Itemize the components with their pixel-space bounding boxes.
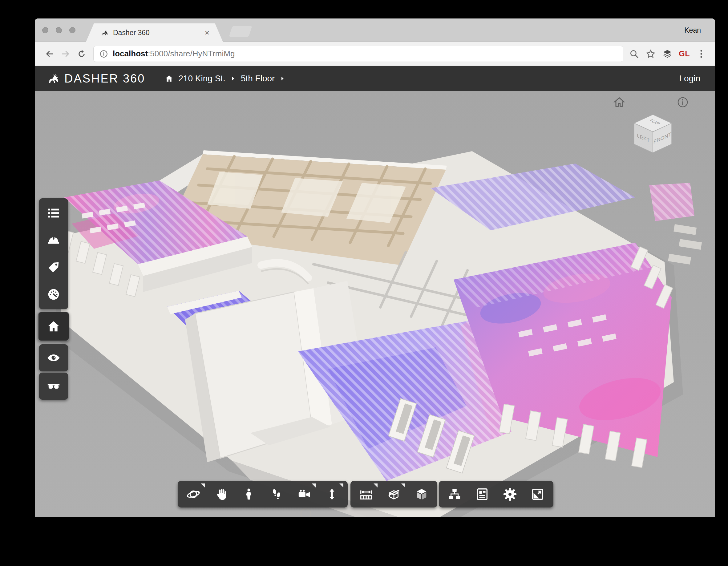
url-text: localhost:5000/share/HyNTrmiMg: [113, 49, 617, 59]
url-host: localhost: [113, 49, 148, 58]
list-panel-button[interactable]: [39, 200, 68, 227]
building-home-icon: [165, 74, 173, 83]
walk-tool-button[interactable]: [263, 481, 290, 507]
visibility-button[interactable]: [39, 344, 68, 371]
model-browser-icon: [447, 487, 462, 501]
breadcrumb-chevron-icon-2[interactable]: [280, 74, 285, 83]
page-info-icon[interactable]: [99, 49, 108, 59]
window-controls: [42, 27, 75, 33]
browser-window: Dasher 360 × Kean: [35, 18, 715, 517]
zoom-icon[interactable]: [629, 49, 639, 59]
first-person-tool-button[interactable]: [235, 481, 263, 507]
window-close-button[interactable]: [42, 27, 48, 33]
tools-toolbar: [350, 481, 437, 507]
eye-icon: [47, 351, 61, 365]
left-toolbar: [39, 198, 68, 309]
sunglasses-icon: [47, 379, 61, 393]
reload-icon: [76, 49, 87, 59]
measure-tool-button[interactable]: [352, 481, 380, 507]
xray-glasses-button[interactable]: [39, 373, 68, 400]
address-bar[interactable]: localhost:5000/share/HyNTrmiMg: [93, 46, 623, 62]
settings-gear-icon: [503, 487, 517, 501]
walk-footsteps-icon: [269, 487, 284, 501]
home-view-button[interactable]: [38, 312, 69, 341]
fullscreen-button[interactable]: [524, 481, 552, 507]
tab-favicon-deer-icon: [99, 28, 109, 37]
browser-action-icons: GL: [629, 49, 708, 59]
app-header: DASHER 360 210 King St. 5th Floor Login: [35, 66, 715, 91]
back-icon: [44, 49, 55, 59]
breadcrumb-building[interactable]: 210 King St.: [178, 74, 225, 83]
gauge-icon: [47, 287, 61, 301]
nav-toolbar: [178, 481, 348, 507]
window-minimize-button[interactable]: [56, 27, 62, 33]
explode-cube-icon: [415, 487, 429, 501]
forward-icon: [60, 49, 71, 59]
explode-tool-button[interactable]: [408, 481, 435, 507]
breadcrumb: 210 King St. 5th Floor: [165, 74, 285, 83]
viewcube[interactable]: TOP LEFT FRONT: [627, 110, 679, 162]
first-person-icon: [242, 487, 256, 501]
bookmark-star-icon[interactable]: [645, 49, 656, 59]
layers-extension-icon[interactable]: [662, 49, 673, 59]
reload-button[interactable]: [74, 46, 90, 62]
section-box-icon: [387, 487, 401, 501]
home-view-mini-button[interactable]: [613, 95, 626, 109]
furniture-right-edge: [668, 224, 702, 265]
breadcrumb-chevron-icon[interactable]: [230, 74, 236, 83]
gauge-panel-button[interactable]: [39, 281, 68, 308]
list-icon: [47, 206, 61, 220]
hardhat-panel-button[interactable]: [39, 227, 68, 254]
forward-button[interactable]: [58, 46, 74, 62]
tab-title: Dasher 360: [113, 29, 200, 37]
tab-close-button[interactable]: ×: [205, 29, 209, 37]
gl-extension-badge[interactable]: GL: [679, 49, 690, 58]
info-button[interactable]: [676, 95, 690, 109]
hardhat-icon: [47, 233, 61, 247]
fullscreen-icon: [531, 487, 545, 501]
browser-tab[interactable]: Dasher 360 ×: [86, 23, 223, 42]
viewer-viewport: TOP LEFT FRONT: [35, 91, 715, 517]
model-browser-button[interactable]: [441, 481, 468, 507]
dasher-deer-logo-icon: [44, 71, 60, 86]
properties-button[interactable]: [468, 481, 496, 507]
properties-icon: [475, 487, 489, 501]
section-tool-button[interactable]: [380, 481, 408, 507]
browser-menu-icon[interactable]: [696, 49, 706, 59]
camera-tool-button[interactable]: [290, 481, 318, 507]
orbit-tool-button[interactable]: [180, 481, 207, 507]
pan-hand-icon: [214, 487, 228, 501]
measure-icon: [359, 487, 373, 501]
pan-tool-button[interactable]: [207, 481, 235, 507]
settings-button[interactable]: [496, 481, 524, 507]
window-zoom-button[interactable]: [69, 27, 75, 33]
home-outline-icon: [613, 96, 625, 108]
login-link[interactable]: Login: [679, 74, 700, 83]
panels-toolbar: [439, 481, 553, 507]
browser-toolbar: localhost:5000/share/HyNTrmiMg GL: [35, 42, 715, 66]
app-brand-title: DASHER 360: [64, 72, 145, 85]
home-icon: [47, 319, 61, 334]
url-path: :5000/share/HyNTrmiMg: [148, 49, 235, 58]
browser-tab-strip: Dasher 360 × Kean: [35, 18, 715, 42]
browser-profile-name[interactable]: Kean: [684, 18, 701, 42]
orbit-icon: [186, 487, 200, 501]
building-model: [56, 150, 702, 517]
vertical-pan-tool-button[interactable]: [318, 481, 346, 507]
tag-icon: [47, 260, 61, 274]
info-icon: [677, 96, 689, 108]
new-tab-button[interactable]: [229, 26, 252, 37]
tag-panel-button[interactable]: [39, 254, 68, 281]
camera-icon: [297, 487, 311, 501]
breadcrumb-floor[interactable]: 5th Floor: [241, 74, 275, 83]
back-button[interactable]: [42, 46, 58, 62]
viewer-canvas[interactable]: [35, 91, 715, 517]
vertical-arrows-icon: [325, 487, 339, 501]
